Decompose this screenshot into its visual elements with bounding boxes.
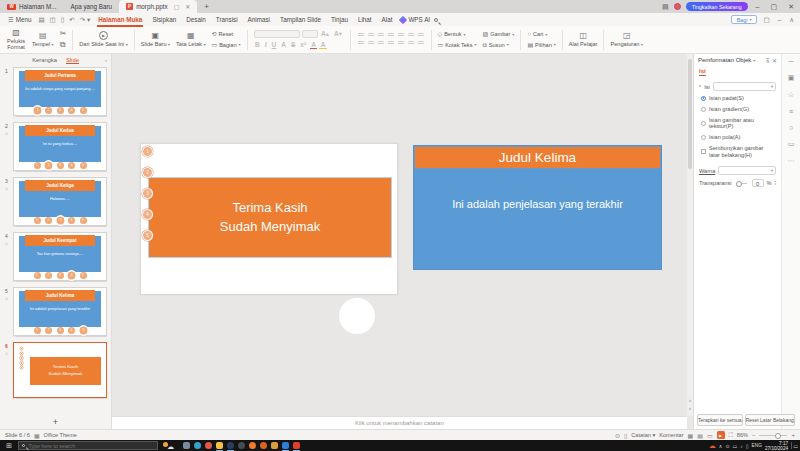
app-game-icon[interactable] (260, 442, 267, 449)
ribbon-tab-transisi[interactable]: Transisi (211, 15, 243, 24)
reset-button[interactable]: ⟲Reset (211, 30, 240, 38)
paragraph-tool-icon[interactable] (368, 41, 374, 46)
selection-button[interactable]: ▤Pilihan ▾ (527, 41, 555, 49)
slide-thumbnail-4[interactable]: Tau kan gimana rasanya....Judul Keempat1… (13, 232, 107, 281)
collapse-ribbon-icon[interactable]: – (776, 16, 784, 23)
zoom-slider[interactable] (759, 435, 787, 436)
radio-control[interactable] (701, 135, 706, 140)
start-button[interactable]: ⊞ (3, 442, 15, 450)
bold-button[interactable]: B (254, 41, 262, 48)
battery-icon[interactable]: ▭ (733, 443, 738, 449)
settings-button[interactable]: ◲ Pengaturan ▾ (607, 32, 646, 47)
maximize-button[interactable]: ▢ (768, 3, 781, 11)
slide-thumbnail-6[interactable]: Terima Kasih Sudah Menyimak (13, 342, 107, 398)
picture-button[interactable]: ▨Gambar ▾ (482, 30, 514, 38)
slide-step-dot[interactable]: 3 (142, 188, 153, 199)
close-panel-icon[interactable]: ✕ (772, 57, 777, 64)
paragraph-tool-icon[interactable] (408, 41, 414, 46)
tab-close-icon[interactable]: ✕ (185, 3, 190, 10)
fill-option[interactable]: Isian gambar atau tekstur(P) (701, 117, 774, 130)
slideshow-play-button[interactable]: ▶ (717, 431, 725, 439)
normal-view-icon[interactable]: ▦ (688, 432, 694, 439)
paragraph-tool-icon[interactable] (378, 33, 384, 38)
document-tab[interactable]: P morph.pptx ▢ ✕ (119, 0, 197, 13)
fill-option[interactable]: Isian padat(S) (701, 95, 774, 101)
app-security-icon[interactable] (271, 442, 278, 449)
app-pin-icon[interactable] (183, 442, 190, 449)
radio-control[interactable] (701, 121, 706, 126)
minimize-button[interactable]: – (753, 3, 763, 10)
upgrade-button[interactable]: Tingkatkan Sekarang (686, 2, 748, 11)
effects-star-icon[interactable]: ☆ (788, 91, 794, 99)
ribbon-tab-desain[interactable]: Desain (181, 15, 211, 24)
user-avatar[interactable] (674, 3, 681, 10)
paragraph-tool-icon[interactable] (398, 33, 404, 38)
add-slide-button[interactable]: + (0, 415, 111, 429)
ribbon-tab-halaman-muka[interactable]: Halaman Muka (93, 15, 147, 24)
collapse-strip-icon[interactable]: ─ (789, 58, 794, 65)
slide-step-dot[interactable]: 1 (142, 146, 153, 157)
undo-icon[interactable]: ↶ (67, 16, 76, 24)
ribbon-chevron-icon[interactable]: ∧ (787, 16, 796, 24)
font-name-select[interactable] (254, 30, 300, 38)
taskbar-search[interactable] (18, 441, 158, 450)
help-book-icon[interactable]: ▤ (662, 3, 669, 11)
ribbon-tab-lihat[interactable]: Lihat (353, 15, 377, 24)
transparency-spinner[interactable]: ▴▾ (774, 180, 776, 186)
transparency-slider[interactable] (736, 183, 746, 184)
fill-option[interactable]: Sembunyikan gambar latar belakang(H) (701, 145, 774, 158)
tab-fill[interactable]: Isi (699, 68, 706, 76)
text-box-button[interactable]: ▭Kotak Teks ▾ (438, 41, 477, 49)
slide-step-dot[interactable]: 4 (142, 209, 153, 220)
fullscreen-icon[interactable]: ⛶ (729, 432, 733, 439)
wps-cloud-icon[interactable]: ☁ (709, 442, 716, 450)
search-icon[interactable] (434, 18, 438, 22)
grow-font-button[interactable]: A▴ (320, 30, 331, 38)
next-slide-icon[interactable]: ∨ (689, 406, 692, 411)
font-size-select[interactable] (302, 30, 318, 38)
paragraph-tool-icon[interactable] (378, 41, 384, 46)
slide-step-dot[interactable]: 2 (142, 167, 153, 178)
save-icon[interactable]: ◫ (48, 16, 58, 24)
slide-step-dot[interactable]: 5 (142, 230, 153, 241)
accessibility-icon[interactable]: ▯ (624, 432, 627, 439)
cut-icon[interactable]: ✂ (60, 30, 67, 38)
learning-tools-button[interactable]: ◫ Alat Pelajar (566, 32, 601, 47)
prev-slide-icon[interactable]: ∧ (689, 398, 692, 403)
presentation-mode-icon[interactable]: ▢ (761, 16, 771, 24)
whats-new-tab[interactable]: Apa yang Baru (63, 0, 119, 13)
slide-thumbnail-3[interactable]: Haloooo.....Judul Ketiga12345 (13, 177, 107, 226)
app-firefox-icon[interactable] (249, 442, 256, 449)
apply-to-all-button[interactable]: Terapkan ke semua (697, 414, 743, 426)
shrink-font-button[interactable]: A▾ (333, 30, 344, 38)
paragraph-tool-icon[interactable] (388, 41, 394, 46)
volume-icon[interactable]: ▯ (746, 443, 749, 449)
open-icon[interactable]: ▤ (36, 16, 46, 24)
fill-option[interactable]: Isian pola(A) (701, 134, 774, 140)
tab-outline[interactable]: Kerangka (32, 57, 57, 63)
highlight-button[interactable]: A (319, 41, 327, 49)
reading-view-icon[interactable]: ▭ (707, 432, 713, 439)
tray-expand-icon[interactable]: ∧ (719, 443, 723, 449)
italic-button[interactable]: I (263, 41, 268, 48)
section-button[interactable]: ▭Bagian ▾ (211, 41, 240, 49)
ribbon-tab-animasi[interactable]: Animasi (243, 15, 275, 24)
ribbon-tab-tampilan-slide[interactable]: Tampilan Slide (275, 15, 326, 24)
zoom-in-icon[interactable]: + (791, 432, 795, 438)
new-tab-button[interactable]: + (197, 0, 216, 13)
font-color-button[interactable]: A (310, 41, 318, 49)
history-clock-icon[interactable]: ○ (789, 124, 793, 131)
paragraph-tool-icon[interactable] (368, 33, 374, 38)
close-button[interactable]: ✕ (785, 3, 797, 11)
zoom-level[interactable]: 86% (737, 432, 748, 438)
thanks-shape[interactable]: Terima Kasih Sudah Menyimak (148, 177, 392, 258)
paragraph-tool-icon[interactable] (418, 33, 424, 38)
radio-control[interactable] (701, 107, 706, 112)
fill-type-dropdown[interactable]: ▾ (713, 82, 776, 91)
tab-preview-icon[interactable]: ▢ (174, 3, 180, 10)
reset-background-button[interactable]: Reset Latar Belakang (745, 414, 795, 426)
sorter-view-icon[interactable]: ▤ (697, 432, 703, 439)
ribbon-tab-alat[interactable]: Alat (377, 15, 398, 24)
mic-icon[interactable]: ♪ (740, 443, 743, 449)
color-dropdown[interactable]: ▾ (718, 166, 776, 175)
